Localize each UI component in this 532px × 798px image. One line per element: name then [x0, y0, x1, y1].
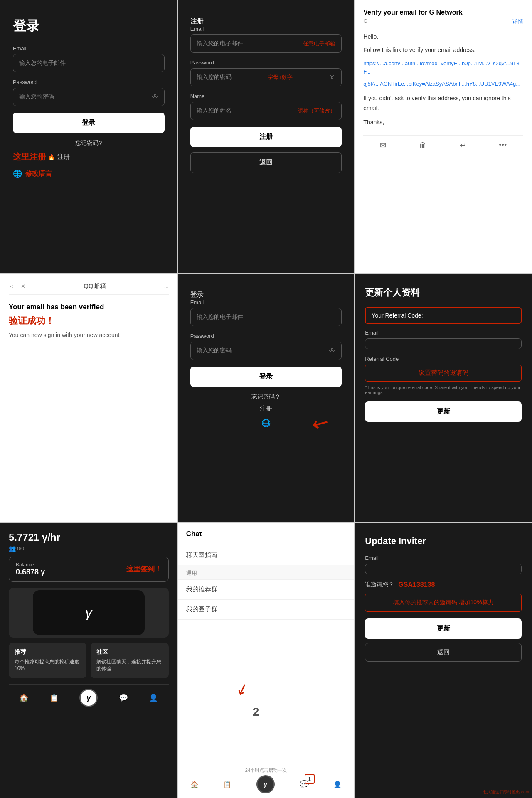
- email-from-row: G 详情: [363, 18, 523, 25]
- profile-icon[interactable]: 👤: [149, 693, 158, 702]
- referral-code-box: Your Referral Code:: [365, 307, 522, 324]
- login2-email-label: Email: [190, 299, 342, 305]
- inviter-code-input[interactable]: 填入你的推荐人的邀请码,增加10%算力: [365, 594, 522, 612]
- email-label: Email: [13, 45, 165, 52]
- login2-button[interactable]: 登录: [190, 367, 342, 387]
- qq-nav-bar: ＜ ✕ QQ邮箱 ...: [9, 282, 169, 295]
- community-title: 社区: [96, 648, 163, 656]
- back-button-register[interactable]: 返回: [190, 152, 342, 173]
- reg-email-input[interactable]: 输入您的电子邮件 任意电子邮箱: [190, 34, 342, 53]
- chat-center-button[interactable]: γ: [256, 775, 275, 793]
- inviter-row: 谁邀请您？ GSA138138: [365, 581, 522, 589]
- back-icon[interactable]: ＜: [9, 283, 14, 290]
- chat-arrow: ↙: [233, 679, 251, 699]
- chat-home-icon[interactable]: 🏠: [190, 781, 199, 788]
- qq-title: QQ邮箱: [32, 282, 158, 290]
- invite-code: GSA138138: [398, 581, 435, 589]
- chat-guide-item[interactable]: 聊天室指南: [178, 545, 355, 565]
- profile-title: 更新个人资料: [365, 286, 522, 299]
- forgot-password-link[interactable]: 忘记密码?: [13, 140, 165, 147]
- chat-general-label: 通用: [178, 565, 355, 580]
- chat-profile-icon[interactable]: 👤: [333, 781, 342, 788]
- chat-file-icon[interactable]: 📋: [223, 781, 232, 788]
- bottom-note: 24小时点击启动一次: [245, 767, 287, 773]
- mining-bottom-nav: 🏠 📋 γ 💬 👤: [9, 684, 169, 707]
- checkin-button[interactable]: 这里签到！: [126, 564, 162, 574]
- mining-center-button[interactable]: γ: [79, 689, 98, 707]
- mining-sub: 👥 0/0: [9, 545, 169, 552]
- email-body: Hello, Follow this link to verify your e…: [363, 32, 523, 127]
- chat-bottom-nav: 🏠 📋 γ 💬 1 👤: [178, 771, 355, 798]
- referral-note: *This is your unique referral code. Shar…: [365, 385, 522, 395]
- balance-card: Balance 0.6878 γ 这里签到！: [9, 557, 169, 582]
- cell-chat: Chat 聊天室指南 通用 我的推荐群 我的圈子群 ↙ 2 🏠 📋 γ 💬 1 …: [177, 523, 355, 798]
- cell-mining: 5.7721 γ/hr 👥 0/0 Balance 0.6878 γ 这里签到！…: [0, 523, 177, 798]
- more-icon[interactable]: ...: [164, 283, 169, 289]
- email-input[interactable]: 输入您的电子邮件: [13, 54, 165, 72]
- inviter-email-input[interactable]: [365, 564, 522, 574]
- email-link2[interactable]: qj5lA...AGN firEc...piKey=AlzaSyASAbnII.…: [363, 80, 523, 89]
- chat-label-2: 2: [253, 705, 259, 719]
- referral-code-input[interactable]: 锁置替码的邀请码: [365, 365, 522, 382]
- email-reply-icon[interactable]: ✉: [380, 141, 386, 150]
- reg-password-input[interactable]: 输入您的密码 字母+数字 👁: [190, 68, 342, 86]
- phone-image: γ: [9, 588, 169, 638]
- close-icon[interactable]: ✕: [21, 283, 25, 289]
- cell-email: Verify your email for G Network G 详情 Hel…: [355, 0, 532, 273]
- eye-icon[interactable]: 👁: [152, 93, 158, 101]
- email-forward-icon[interactable]: ↩: [460, 141, 466, 150]
- reg-eye-icon[interactable]: 👁: [329, 74, 335, 81]
- verified-title: Your email has been verified: [9, 303, 169, 311]
- login2-globe-icon: 🌐: [261, 419, 271, 427]
- globe-icon: 🌐: [13, 169, 22, 178]
- login-button[interactable]: 登录: [13, 113, 165, 133]
- feature-cards: 推荐 每个推荐可提高您的挖矿速度10% 社区 解锁社区聊天，连接并提升您的体验: [9, 643, 169, 678]
- inviter-title: Update Inviter: [365, 536, 522, 547]
- register-button[interactable]: 注册: [190, 127, 342, 147]
- mining-rate: 5.7721 γ/hr: [9, 532, 169, 543]
- chat-icon[interactable]: 💬: [119, 693, 128, 702]
- login2-eye-icon[interactable]: 👁: [329, 347, 335, 355]
- cell-login2: 登录 Email 输入您的电子邮件 Password 输入您的密码 👁 登录 忘…: [177, 273, 355, 523]
- lang-text[interactable]: 修改语言: [25, 170, 52, 178]
- email-more-icon[interactable]: •••: [499, 141, 507, 150]
- login2-email-input[interactable]: 输入您的电子邮件: [190, 308, 342, 326]
- login2-password-input[interactable]: 输入您的密码 👁: [190, 342, 342, 360]
- inviter-back-button[interactable]: 返回: [365, 643, 522, 662]
- reg-name-input[interactable]: 输入您的姓名 昵称（可修改）: [190, 102, 342, 120]
- login2-forgot[interactable]: 忘记密码？: [251, 393, 281, 400]
- chat-recommend-group[interactable]: 我的推荐群: [178, 580, 355, 600]
- register-title: 注册: [190, 17, 342, 26]
- file-icon[interactable]: 📋: [49, 693, 59, 702]
- reg-name-label: Name: [190, 93, 342, 99]
- chat-label-1-box: 1: [305, 774, 315, 784]
- profile-email-input[interactable]: [365, 338, 522, 349]
- referral-code-label: Referral Code: [365, 356, 522, 362]
- verified-body: You can now sign in with your new accoun…: [9, 330, 169, 340]
- register-link[interactable]: 注册: [57, 153, 70, 161]
- email-link[interactable]: https://...a.com/...auth...io?mod=verify…: [363, 59, 523, 77]
- chat-label-1: 1: [308, 776, 311, 782]
- reg-email-label: Email: [190, 26, 342, 32]
- login2-password-label: Password: [190, 333, 342, 339]
- balance-label: Balance: [16, 562, 45, 568]
- register-icon: 🔥: [48, 154, 55, 160]
- phone-inner: γ: [33, 590, 145, 635]
- inviter-update-button[interactable]: 更新: [365, 618, 522, 639]
- password-input[interactable]: 输入您的密码 👁: [13, 88, 165, 106]
- register-red-text[interactable]: 这里注册: [13, 151, 46, 163]
- gamma-logo-img: γ: [85, 605, 92, 621]
- recommend-card: 推荐 每个推荐可提高您的挖矿速度10%: [9, 643, 86, 678]
- chat-circle-group[interactable]: 我的圈子群: [178, 600, 355, 620]
- cell-register: 注册 Email 输入您的电子邮件 任意电子邮箱 Password 输入您的密码…: [177, 0, 355, 273]
- watermark-text: 七八通道群限时推出.com: [483, 789, 529, 795]
- profile-update-button[interactable]: 更新: [365, 401, 522, 422]
- home-icon[interactable]: 🏠: [19, 693, 28, 702]
- community-card: 社区 解锁社区聊天，连接并提升您的体验: [91, 643, 168, 678]
- community-body: 解锁社区聊天，连接并提升您的体验: [96, 658, 163, 672]
- profile-email-label: Email: [365, 330, 522, 336]
- email-delete-icon[interactable]: 🗑: [419, 141, 426, 150]
- inviter-email-label: Email: [365, 555, 522, 561]
- login-arrow: ↙: [308, 409, 334, 437]
- login2-register-link[interactable]: 注册: [260, 405, 272, 412]
